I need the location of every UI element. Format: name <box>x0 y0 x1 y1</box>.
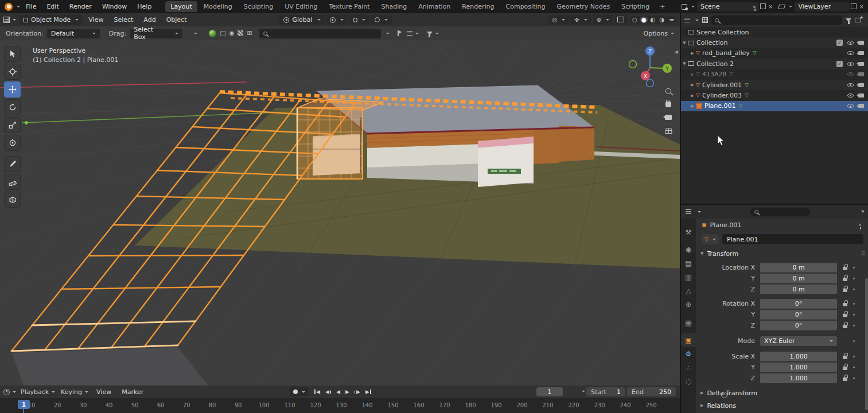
menu-select[interactable]: Select <box>109 15 138 25</box>
tab-object[interactable]: ▣ <box>681 333 696 347</box>
tab-render[interactable]: ◉ <box>681 243 696 256</box>
properties-search-input[interactable] <box>750 208 810 216</box>
animate-dot-icon[interactable] <box>853 340 855 342</box>
workspace-tab-modeling[interactable]: Modeling <box>198 1 238 12</box>
workspace-tab-rendering[interactable]: Rendering <box>457 1 499 12</box>
tab-output[interactable]: ▤ <box>681 256 696 270</box>
timeline-view-menu[interactable]: View <box>92 387 116 397</box>
tab-tool[interactable]: ⚒ <box>681 225 696 239</box>
tree-row-red-band-alley[interactable]: ▶ ▽ red_band_alley ▽ <box>681 48 868 59</box>
disclosure-icon[interactable]: ▶ <box>689 104 696 108</box>
xray-toggle[interactable] <box>614 15 628 25</box>
render-camera-icon[interactable] <box>858 62 864 66</box>
lock-icon[interactable] <box>843 278 847 282</box>
tree-row-collection[interactable]: ▼ Collection ✓ <box>681 37 868 48</box>
tool-rotate[interactable] <box>4 99 21 115</box>
jump-to-end-button[interactable]: ▶ <box>365 389 371 395</box>
outliner-search-input[interactable] <box>711 15 842 25</box>
tab-scene[interactable]: △ <box>681 284 696 298</box>
lock-icon[interactable] <box>843 325 847 329</box>
lock-icon[interactable] <box>843 356 847 360</box>
animate-dot-icon[interactable] <box>853 314 855 315</box>
new-collection-icon[interactable] <box>855 18 861 22</box>
shading-wireframe-icon[interactable]: ○ <box>631 17 639 23</box>
filter-dropdown[interactable] <box>427 32 439 35</box>
orthographic-grid-icon[interactable] <box>665 128 672 134</box>
render-camera-icon[interactable] <box>858 41 864 45</box>
playback-menu[interactable]: Playback <box>21 388 55 396</box>
tree-row-413a28[interactable]: ▶ ▽ 413A28 ▽ <box>681 69 868 80</box>
transform-orientation-dropdown[interactable]: Global <box>279 15 324 25</box>
play-reverse-button[interactable]: ◀ <box>336 389 340 395</box>
relations-panel-header[interactable]: ▶ Relations <box>696 399 868 412</box>
lock-icon[interactable] <box>843 377 847 381</box>
hide-eye-icon[interactable] <box>847 41 854 45</box>
workspace-tab-geometry-nodes[interactable]: Geometry Nodes <box>551 1 615 12</box>
animate-dot-icon[interactable] <box>853 377 855 379</box>
tab-collection[interactable]: ▦ <box>681 316 696 330</box>
orientation-setting-dropdown[interactable]: Default <box>47 29 100 38</box>
tool-cursor[interactable] <box>4 64 21 80</box>
disclosure-icon[interactable]: ▶ <box>689 93 696 98</box>
prev-keyframe-button[interactable]: ◀ <box>325 389 331 395</box>
viewlayer-icon[interactable] <box>778 5 786 9</box>
animate-dot-icon[interactable] <box>853 278 855 279</box>
tree-row-cylinder-001[interactable]: ▶ ▽ Cylinder.001 ▽ <box>681 80 868 90</box>
properties-editor-icon[interactable] <box>686 209 691 214</box>
3d-viewport[interactable]: Z Y X User Perspective (1) Collection 2 … <box>0 40 680 385</box>
outliner-editor-icon[interactable] <box>684 18 690 22</box>
scale-z-field[interactable]: 1.000 <box>760 373 837 383</box>
viewlayer-close-icon[interactable]: × <box>859 4 863 10</box>
workspace-tab-layout[interactable]: Layout <box>165 1 197 12</box>
disclosure-icon[interactable]: ▶ <box>689 72 696 77</box>
menu-window[interactable]: Window <box>98 2 131 11</box>
tree-row-cylinder-003[interactable]: ▶ ▽ Cylinder.003 ▽ <box>681 90 868 100</box>
disclosure-icon[interactable]: ▶ <box>689 83 696 87</box>
gizmo-axis-y-negative[interactable] <box>629 61 637 68</box>
tree-row-collection-2[interactable]: ▼ Collection 2 ✓ <box>681 59 868 69</box>
grid-display-icon[interactable]: ⊞ <box>247 30 252 36</box>
zoom-icon[interactable] <box>665 88 671 94</box>
disclosure-icon[interactable]: ▼ <box>681 41 688 45</box>
next-keyframe-button[interactable]: ▶ <box>355 389 360 395</box>
jump-to-start-button[interactable]: ◀ <box>314 389 320 395</box>
viewport-display-spheres-icon[interactable]: ◉ <box>229 30 235 36</box>
tree-row-plane-001[interactable]: ▶ ▽ Plane.001 ▽ <box>681 101 868 111</box>
tool-scale[interactable] <box>4 117 21 133</box>
tab-physics[interactable]: ◌ <box>681 375 696 388</box>
region-collapse-icon[interactable]: ◀ <box>675 49 678 54</box>
render-camera-icon[interactable] <box>858 72 864 76</box>
collection-checkbox[interactable]: ✓ <box>836 61 843 67</box>
start-frame-field[interactable]: Start 1 <box>586 387 625 396</box>
hide-eye-icon[interactable] <box>847 83 854 87</box>
menu-edit[interactable]: Edit <box>42 2 63 11</box>
tool-move[interactable] <box>4 81 21 98</box>
scene-pin-icon[interactable] <box>753 6 756 8</box>
menu-file[interactable]: File <box>21 2 41 11</box>
workspace-tab-sculpting[interactable]: Sculpting <box>239 1 278 12</box>
auto-key-button[interactable] <box>290 387 309 396</box>
menu-help[interactable]: Help <box>133 2 156 11</box>
tab-world[interactable]: ⊕ <box>681 298 696 311</box>
disclosure-icon[interactable]: ▼ <box>681 61 688 66</box>
menu-object[interactable]: Object <box>162 15 192 25</box>
hide-eye-icon[interactable] <box>847 51 854 55</box>
viewlayer-copy-icon[interactable] <box>852 5 857 9</box>
workspace-tab-uv-editing[interactable]: UV Editing <box>279 1 322 12</box>
rotation-mode-dropdown[interactable]: XYZ Euler <box>760 336 837 346</box>
hide-eye-icon[interactable] <box>847 72 854 76</box>
hide-eye-icon[interactable] <box>847 93 854 98</box>
scene-selector[interactable]: Scene <box>697 2 759 11</box>
animate-dot-icon[interactable] <box>853 356 855 357</box>
scale-x-field[interactable]: 1.000 <box>760 352 837 361</box>
checker-texture-icon[interactable] <box>238 30 243 36</box>
object-type-visibility-dropdown[interactable]: ◎ <box>548 15 570 25</box>
tab-particles[interactable]: ∴ <box>681 361 696 375</box>
outliner-display-mode-icon[interactable] <box>702 17 708 23</box>
lock-icon[interactable] <box>843 289 847 293</box>
snap-dropdown[interactable]: Ω <box>349 15 369 25</box>
tab-view-layer[interactable]: ▥ <box>681 270 696 284</box>
outliner-filter-icon[interactable] <box>846 18 851 22</box>
material-preview-icon[interactable] <box>209 30 216 37</box>
menu-render[interactable]: Render <box>65 2 96 11</box>
